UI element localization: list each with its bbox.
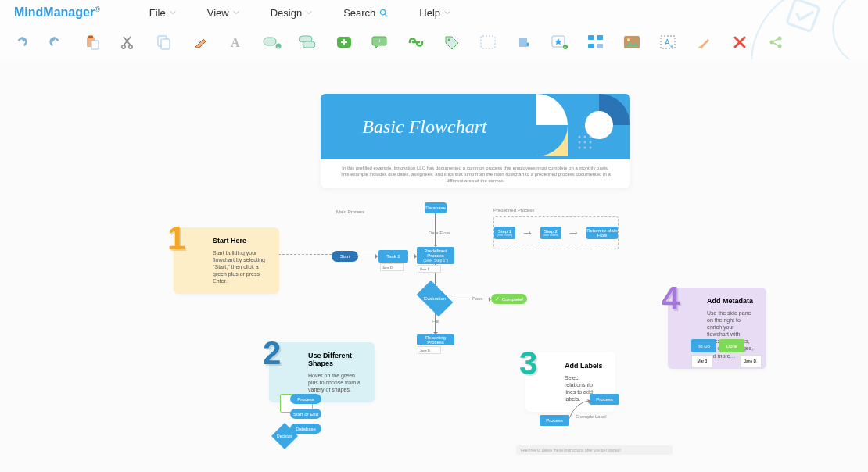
svg-text:A: A [231, 36, 240, 49]
step2-shape[interactable]: Step 2(see notes) [540, 227, 561, 239]
predefined-process-shape[interactable]: Predefined Process(See "Step 1") [417, 247, 454, 264]
svg-point-8 [129, 45, 132, 48]
callout-start-here[interactable]: 1 Start Here Start building your flowcha… [174, 227, 279, 294]
number-2-icon: 2 [263, 334, 281, 372]
undo-icon[interactable] [11, 33, 30, 52]
svg-text:+: + [564, 45, 566, 49]
svg-rect-27 [597, 35, 603, 40]
connector [435, 213, 436, 246]
predefined-process-box[interactable]: Step 1(see notes) → Step 2(see notes) → … [493, 216, 619, 249]
highlight-icon[interactable] [191, 33, 210, 52]
svg-rect-29 [597, 44, 603, 48]
example-label: Example Label [576, 414, 607, 419]
svg-point-0 [381, 9, 386, 14]
palette-process[interactable]: Process [290, 394, 321, 404]
delete-icon[interactable] [730, 33, 749, 52]
svg-point-53 [584, 147, 586, 149]
svg-rect-3 [88, 36, 93, 38]
tag-icon[interactable] [443, 33, 461, 52]
share-icon[interactable] [766, 33, 785, 52]
star-icon[interactable]: + [551, 33, 569, 52]
chevron-down-icon [170, 9, 176, 16]
boundary-icon[interactable] [479, 33, 497, 52]
menu-design[interactable]: Design [271, 7, 312, 19]
menu-file[interactable]: File [149, 7, 176, 19]
predefined-process-label: Predefined Process [493, 208, 534, 213]
marker-icon[interactable] [694, 33, 713, 52]
connector [451, 299, 490, 299]
connector [278, 254, 332, 255]
note-icon[interactable]: + [263, 33, 282, 52]
menu-help[interactable]: Help [419, 7, 450, 19]
pass-label: Pass [472, 296, 482, 301]
palette-start-end[interactable]: Start or End [290, 409, 321, 419]
metadata-date-chip[interactable]: Mar 3 [691, 355, 713, 367]
app-logo: MindManager® [0, 5, 114, 20]
svg-text:⊕: ⊕ [670, 44, 673, 48]
database-shape[interactable]: Database [425, 202, 447, 213]
data-flow-label: Data Flow [429, 231, 450, 235]
number-3-icon: 3 [519, 345, 537, 382]
title-text: Basic Flowchart [350, 116, 499, 138]
redo-icon[interactable] [47, 33, 66, 52]
svg-point-52 [579, 147, 581, 149]
step1-shape[interactable]: Step 1(see notes) [494, 227, 515, 239]
title-description: In this prefilled example, Innovation LL… [321, 159, 630, 190]
svg-rect-12 [264, 38, 276, 45]
image-icon[interactable] [622, 33, 641, 52]
svg-text:A: A [665, 38, 670, 47]
report-tag: Jane D. [418, 346, 441, 354]
svg-point-50 [584, 141, 586, 144]
svg-point-38 [778, 37, 782, 41]
complete-shape[interactable]: Complete! [491, 294, 527, 304]
relationship-icon[interactable] [586, 33, 605, 52]
main-process-label: Main Process [336, 209, 364, 214]
done-chip[interactable]: Done [719, 339, 744, 352]
link-icon[interactable] [407, 33, 425, 52]
fill-icon[interactable] [515, 33, 533, 52]
svg-line-40 [773, 39, 778, 41]
svg-rect-4 [91, 41, 99, 49]
chevron-down-icon [233, 9, 239, 16]
label-icon[interactable] [299, 33, 317, 52]
menu-view[interactable]: View [207, 7, 239, 19]
svg-point-51 [590, 141, 592, 144]
svg-rect-26 [588, 35, 594, 40]
select-area-icon[interactable]: A⊕ [658, 33, 677, 52]
font-icon[interactable]: A [227, 33, 246, 52]
svg-point-39 [778, 45, 782, 48]
svg-point-21 [448, 39, 450, 41]
reporting-shape[interactable]: Reporting Process [417, 334, 454, 345]
metadata-user-chip[interactable]: Jane D. [740, 355, 762, 367]
canvas[interactable]: Basic Flowchart In this prefilled exampl… [0, 59, 868, 472]
label-demo-process1[interactable]: Process [540, 415, 569, 426]
svg-rect-10 [161, 39, 170, 49]
paste-icon[interactable] [83, 33, 102, 52]
svg-point-49 [579, 141, 581, 144]
task1-shape[interactable]: Task 1 [378, 250, 408, 263]
svg-point-7 [122, 45, 125, 48]
svg-rect-16 [303, 41, 315, 48]
task-tag: Jane D. [380, 263, 404, 271]
svg-text:+: + [277, 45, 280, 49]
cut-icon[interactable] [119, 33, 138, 52]
todo-chip[interactable]: To Do [691, 339, 716, 352]
chevron-down-icon [444, 9, 450, 16]
add-green-icon[interactable] [335, 33, 353, 52]
svg-text:+: + [378, 38, 382, 45]
svg-rect-22 [481, 36, 495, 48]
svg-point-54 [590, 147, 592, 149]
return-shape[interactable]: Return to Main Flow [586, 227, 618, 239]
copy-icon[interactable] [155, 33, 174, 52]
evaluation-shape[interactable]: Evaluation [417, 281, 454, 317]
svg-point-46 [579, 136, 581, 138]
svg-point-31 [627, 38, 630, 41]
start-shape[interactable]: Start [332, 251, 358, 262]
callout-icon[interactable]: + [371, 33, 389, 52]
number-1-icon: 1 [167, 220, 185, 257]
predef-tag: User 1 [418, 265, 441, 273]
title-card[interactable]: Basic Flowchart In this prefilled exampl… [321, 94, 630, 188]
menu-search[interactable]: Search [343, 7, 388, 19]
connector [408, 256, 416, 256]
connector [358, 256, 377, 256]
